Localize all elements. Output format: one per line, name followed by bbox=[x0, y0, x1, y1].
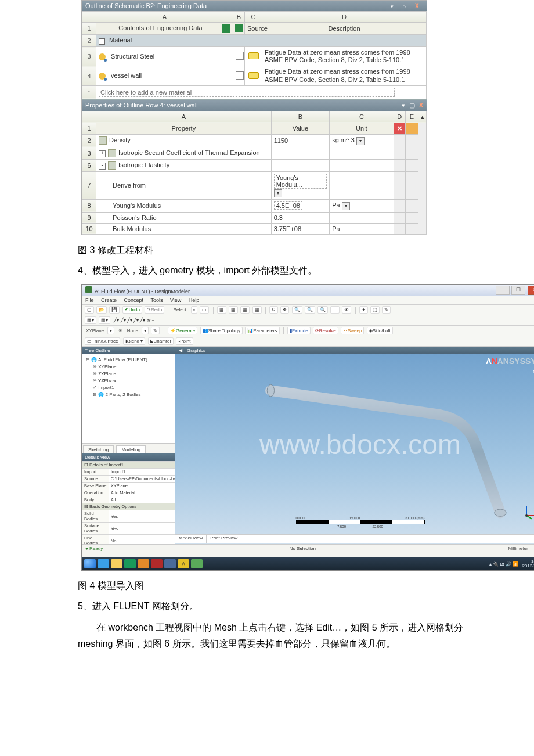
pcol-a[interactable]: A bbox=[96, 111, 272, 123]
dropdown-icon[interactable]: ▾ bbox=[107, 327, 114, 334]
col-d[interactable]: D bbox=[262, 12, 427, 23]
col-a[interactable]: A bbox=[96, 12, 233, 23]
taskbar-app-icon[interactable] bbox=[191, 559, 203, 568]
tab-modeling[interactable]: Modeling bbox=[116, 445, 145, 453]
checkbox[interactable] bbox=[236, 52, 244, 60]
unit-dropdown-icon[interactable]: ▾ bbox=[356, 137, 365, 145]
add-material-input[interactable] bbox=[99, 88, 395, 97]
pr-value[interactable]: 0.3 bbox=[271, 212, 330, 223]
menu-concept[interactable]: Concept bbox=[124, 297, 144, 303]
pcol-c[interactable]: C bbox=[330, 111, 394, 123]
filter-icon[interactable]: ▦ bbox=[229, 306, 238, 314]
plane-icon[interactable]: ▦▾ bbox=[85, 316, 96, 324]
tree-node-parts[interactable]: ⊞ 🌐 2 Parts, 2 Bodies bbox=[85, 391, 172, 398]
taskbar-explorer-icon[interactable] bbox=[111, 559, 122, 568]
minimize-button[interactable]: — bbox=[496, 286, 510, 295]
table-row[interactable]: 6 -Isotropic Elasticity bbox=[82, 159, 427, 171]
tab-model-view[interactable]: Model View bbox=[175, 535, 207, 543]
table-row[interactable]: 9 Poisson's Ratio 0.3 bbox=[82, 212, 427, 223]
tab-print-preview[interactable]: Print Preview bbox=[207, 535, 241, 543]
look-icon[interactable]: 👁 bbox=[342, 306, 351, 314]
dropdown-icon[interactable]: ▾ bbox=[274, 189, 282, 197]
pan-icon[interactable]: ✥ bbox=[280, 306, 289, 314]
menu-view[interactable]: View bbox=[170, 297, 181, 303]
triad-icon[interactable] bbox=[522, 503, 534, 520]
dropdown-icon[interactable]: ▾ bbox=[142, 327, 149, 334]
rotate-icon[interactable]: ↻ bbox=[269, 306, 278, 314]
pcol-b[interactable]: B bbox=[271, 111, 330, 123]
tree-root[interactable]: ⊟ 🌐 A: Fluid Flow (FLUENT) bbox=[85, 357, 172, 363]
ym-value[interactable]: 4.5E+08 bbox=[274, 201, 302, 210]
graphics-viewport[interactable]: ◀ Graphics www.bdocx.com bbox=[175, 347, 534, 544]
scrollbar[interactable] bbox=[418, 123, 426, 234]
scroll-up-icon[interactable]: ▴ bbox=[418, 111, 426, 123]
blend-button[interactable]: ◗Blend ▾ bbox=[123, 337, 146, 345]
zoom-icon[interactable]: 🔍 bbox=[292, 306, 302, 314]
filter-icon[interactable]: ▦ bbox=[252, 306, 262, 314]
sketch-select[interactable]: None bbox=[127, 328, 138, 333]
table-row[interactable]: 3 +Isotropic Secant Coefficient of Therm… bbox=[82, 147, 427, 159]
revolve-button[interactable]: ⟳Revolve bbox=[313, 327, 338, 334]
collapse-icon[interactable]: - bbox=[99, 38, 105, 45]
checkbox[interactable] bbox=[236, 71, 244, 80]
table-row[interactable]: 4 vessel wall Fatigue Data at zero mean … bbox=[82, 66, 427, 85]
misc-icon[interactable]: ✎ bbox=[382, 306, 391, 314]
close-icon[interactable] bbox=[415, 2, 423, 9]
plane-select[interactable]: XYPlane bbox=[86, 328, 104, 333]
extrude-button[interactable]: ▮Extrude bbox=[287, 327, 311, 334]
pcol-d[interactable]: D bbox=[394, 111, 405, 123]
col-c[interactable]: C bbox=[245, 12, 262, 23]
dropdown-icon[interactable] bbox=[402, 102, 405, 109]
select-point-icon[interactable]: ▪ bbox=[191, 306, 197, 314]
sketch-icon[interactable]: ✎ bbox=[151, 327, 160, 334]
book-icon[interactable] bbox=[248, 72, 259, 79]
sweep-button[interactable]: 〰Sweep bbox=[341, 327, 364, 334]
close-icon[interactable] bbox=[419, 102, 423, 109]
tree-node-import[interactable]: ✓ Import1 bbox=[85, 384, 172, 391]
undo-icon[interactable]: ↶Undo bbox=[122, 306, 142, 314]
material-group[interactable]: - Material bbox=[96, 35, 427, 47]
skin-button[interactable]: ◈Skin/Loft bbox=[367, 327, 393, 334]
table-row[interactable]: 8 Young's Modulus 4.5E+08 Pa ▾ bbox=[82, 199, 427, 212]
expand-icon[interactable]: + bbox=[99, 150, 106, 157]
taskbar-app-icon[interactable] bbox=[138, 559, 149, 568]
chamfer-button[interactable]: ◣Chamfer bbox=[148, 337, 174, 345]
material-steel[interactable]: Structural Steel bbox=[111, 53, 154, 60]
density-value[interactable]: 1150 bbox=[271, 134, 330, 147]
filter-icon[interactable] bbox=[222, 24, 230, 33]
system-tray[interactable]: ▴ 🔌 🗂 🔊 📶 18:12 2013/3/25 bbox=[489, 559, 534, 568]
table-row[interactable]: 3 Structural Steel Fatigue Data at zero … bbox=[82, 47, 427, 66]
table-row[interactable]: 2 Density 1150 kg m^-3 ▾ bbox=[82, 134, 427, 147]
book-icon[interactable] bbox=[248, 52, 259, 59]
fit-icon[interactable]: ⛶ bbox=[330, 306, 340, 314]
save-icon[interactable]: 💾 bbox=[109, 306, 120, 314]
start-button[interactable] bbox=[84, 559, 96, 568]
tab-sketching[interactable]: Sketching bbox=[83, 445, 114, 453]
close-button[interactable]: ✕ bbox=[528, 286, 534, 295]
zoom-icon[interactable]: 🔍 bbox=[305, 306, 315, 314]
derive-value[interactable]: Young's Modulu... bbox=[274, 174, 327, 189]
open-icon[interactable]: 📂 bbox=[96, 306, 107, 314]
parameters-button[interactable]: 📊Parameters bbox=[245, 327, 279, 334]
taskbar-app-icon[interactable] bbox=[151, 559, 163, 568]
filter-icon[interactable]: ▦ bbox=[217, 306, 226, 314]
taskbar-lambda-icon[interactable]: Λ bbox=[178, 559, 189, 568]
tree-node-yz[interactable]: ✳ YZPlane bbox=[85, 377, 172, 384]
maximize-button[interactable]: ☐ bbox=[511, 286, 525, 295]
generate-button[interactable]: ⚡Generate bbox=[168, 327, 197, 334]
thin-button[interactable]: ▭Thin/Surface bbox=[85, 337, 120, 345]
menu-file[interactable]: File bbox=[85, 297, 94, 303]
material-wall[interactable]: vessel wall bbox=[111, 72, 142, 79]
collapse-icon[interactable]: - bbox=[99, 163, 106, 170]
share-topology-button[interactable]: 👥Share Topology bbox=[200, 327, 243, 334]
point-button[interactable]: •Point bbox=[176, 337, 193, 345]
unit-dropdown-icon[interactable]: ▾ bbox=[342, 202, 350, 210]
dropdown-icon[interactable] bbox=[391, 2, 399, 9]
pin-icon[interactable] bbox=[403, 2, 411, 9]
tree-node-xy[interactable]: ✳ XYPlane bbox=[85, 363, 172, 370]
menu-create[interactable]: Create bbox=[101, 297, 117, 303]
bm-value[interactable]: 3.75E+08 bbox=[271, 223, 330, 234]
new-icon[interactable]: ▢ bbox=[85, 306, 94, 314]
select-box-icon[interactable]: ▭ bbox=[200, 306, 209, 314]
misc-icon[interactable]: ✦ bbox=[359, 306, 368, 314]
